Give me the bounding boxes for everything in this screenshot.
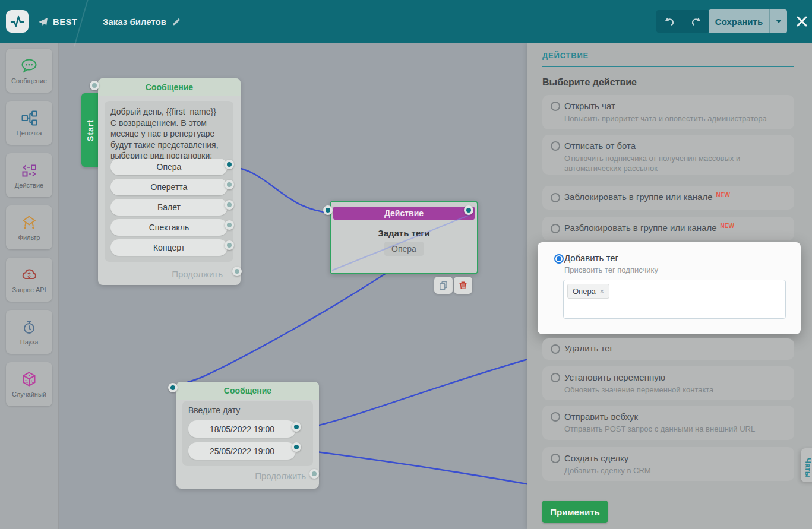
radio-button[interactable] (551, 344, 560, 354)
action-option-add-tag-selected[interactable]: Добавить тег Присвоить тег подписчику Оп… (538, 242, 801, 334)
app-logo[interactable] (6, 10, 29, 33)
edit-title-pencil-icon[interactable] (172, 17, 182, 26)
undo-button[interactable] (656, 10, 683, 33)
palette-item-action[interactable]: Действие (6, 153, 52, 197)
option-title: Удалить тег (564, 343, 613, 353)
action-option-unsubscribe[interactable]: Отписать от бота Отключить подписчика от… (542, 135, 794, 175)
action-option-block[interactable]: Заблокировать в группе или каналеNEW (542, 186, 794, 210)
action-output-port[interactable] (464, 205, 473, 215)
stopwatch-icon (20, 318, 38, 336)
radio-button[interactable] (551, 102, 560, 111)
palette-label: Пауза (20, 338, 39, 346)
tag-chip-label: Опера (573, 287, 596, 296)
action-option-unblock[interactable]: Разблокировать в группе или каналеNEW (542, 217, 794, 240)
quick-reply-label: Концерт (153, 243, 185, 252)
apply-button[interactable]: Применить (542, 501, 608, 523)
action-option-open-chat[interactable]: Открыть чат Повысить приоритет чата и оп… (542, 95, 794, 129)
radio-button-selected[interactable] (554, 254, 564, 264)
continue-port[interactable] (309, 469, 319, 479)
date-output-port-connected[interactable] (292, 442, 301, 452)
quick-reply-button[interactable]: Опера (110, 159, 228, 175)
redo-arrow-icon (690, 15, 702, 27)
option-title: Создать сделку (564, 453, 628, 463)
palette-label: Сообщение (11, 77, 47, 84)
option-title: Установить переменную (564, 372, 665, 382)
date-option-label: 18/05/2022 19:00 (210, 425, 274, 434)
output-port[interactable] (225, 200, 234, 210)
action-input-port[interactable] (323, 205, 333, 215)
save-button-label[interactable]: Сохранить (709, 17, 769, 27)
message-node[interactable]: Сообщение Добрый день, {{first_name}} С … (98, 78, 241, 285)
palette-item-random[interactable]: Случайный (6, 362, 52, 406)
panel-subtitle: Выберите действие (542, 77, 637, 88)
date-node-header[interactable]: Сообщение (176, 382, 319, 400)
action-option-send-webhook[interactable]: Отправить вебхук Отправить POST запрос с… (542, 406, 794, 440)
tag-chip[interactable]: Опера × (567, 284, 609, 299)
chain-icon (20, 109, 38, 127)
quick-reply-button[interactable]: Спектакль (110, 219, 228, 236)
action-node-selected[interactable]: Действие Задать теги Опера (330, 201, 478, 274)
new-badge: NEW (716, 192, 730, 198)
date-option-button[interactable]: 18/05/2022 19:00 (188, 420, 296, 438)
option-desc: Обновить значение переменной контакта (564, 385, 785, 395)
action-option-remove-tag[interactable]: Удалить тег (542, 338, 794, 360)
date-input-port[interactable] (168, 383, 178, 392)
output-port[interactable] (225, 220, 234, 230)
palette-item-message[interactable]: Сообщение (6, 49, 52, 93)
palette-item-chain[interactable]: Цепочка (6, 101, 52, 145)
action-node-header[interactable]: Действие (333, 207, 475, 220)
date-option-button[interactable]: 25/05/2022 19:00 (188, 442, 296, 460)
api-cloud-icon (20, 266, 38, 284)
node-palette-sidebar: Сообщение Цепочка Действие Фильтр Запрос… (0, 43, 59, 529)
chats-side-tab[interactable]: Чаты (801, 448, 812, 482)
option-desc: Добавить сделку в CRM (564, 465, 785, 476)
date-output-port-connected[interactable] (292, 422, 301, 432)
continue-label: Продолжить (172, 269, 223, 279)
radio-button[interactable] (551, 412, 560, 422)
option-title: Разблокировать в группе или каналеNEW (564, 223, 734, 233)
copy-icon (439, 281, 448, 290)
message-node-header[interactable]: Сообщение (98, 78, 241, 96)
option-title: Открыть чат (564, 101, 615, 111)
radio-button[interactable] (551, 141, 560, 151)
duplicate-node-button[interactable] (434, 277, 453, 294)
flow-title-label: Заказ билетов (103, 17, 166, 27)
close-builder-button[interactable] (794, 13, 810, 30)
tag-input[interactable]: Опера × (563, 280, 786, 319)
option-desc: Отправить POST запрос с данными на внешн… (564, 424, 785, 434)
bot-selector[interactable]: BEST (38, 0, 77, 43)
palette-item-pause[interactable]: Пауза (6, 310, 52, 354)
continue-label: Продолжить (255, 471, 306, 481)
radio-button[interactable] (551, 224, 560, 233)
trash-icon (459, 281, 467, 290)
date-content-block[interactable]: Введите дату 18/05/2022 19:00 25/05/2022… (182, 401, 313, 466)
radio-button[interactable] (551, 193, 560, 202)
output-port-connected[interactable] (225, 160, 234, 169)
delete-node-button[interactable] (454, 277, 472, 294)
chats-tab-label: Чаты (804, 458, 812, 478)
radio-button[interactable] (551, 373, 560, 382)
save-dropdown-toggle[interactable] (769, 9, 787, 33)
continue-port[interactable] (232, 267, 242, 276)
action-icon (20, 161, 38, 179)
palette-item-filter[interactable]: Фильтр (6, 205, 52, 249)
date-message-node[interactable]: Сообщение Введите дату 18/05/2022 19:00 … (176, 382, 319, 489)
save-split-button[interactable]: Сохранить (709, 9, 787, 33)
undo-arrow-icon (663, 15, 675, 27)
quick-reply-button[interactable]: Концерт (110, 239, 228, 256)
quick-reply-button[interactable]: Оперетта (110, 179, 228, 195)
flow-builder-app: Start Сообщение Добрый день, {{first_nam… (0, 0, 812, 529)
redo-button[interactable] (683, 10, 709, 33)
action-option-set-variable[interactable]: Установить переменную Обновить значение … (542, 366, 794, 400)
palette-label: Запрос API (12, 286, 46, 293)
action-option-create-deal[interactable]: Создать сделку Добавить сделку в CRM (542, 447, 794, 481)
palette-item-api-request[interactable]: Запрос API (6, 258, 52, 302)
message-content-block[interactable]: Добрый день, {{first_name}} С возвращени… (105, 101, 233, 262)
input-port[interactable] (90, 81, 99, 90)
quick-reply-label: Спектакль (149, 223, 189, 232)
quick-reply-button[interactable]: Балет (110, 199, 228, 216)
output-port[interactable] (225, 180, 234, 189)
radio-button[interactable] (551, 454, 560, 463)
output-port[interactable] (225, 240, 234, 250)
remove-tag-icon[interactable]: × (600, 287, 604, 296)
